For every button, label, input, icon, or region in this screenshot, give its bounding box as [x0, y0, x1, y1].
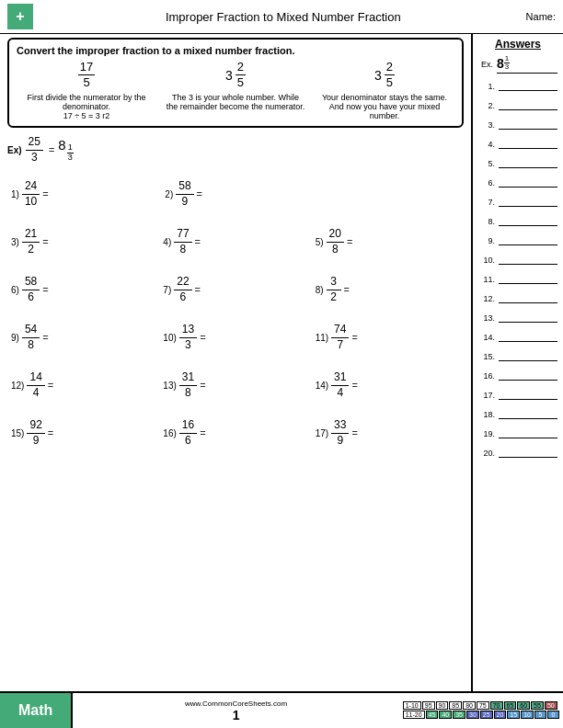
numerator: 92: [27, 418, 44, 434]
answer-line: [499, 302, 557, 303]
answer-number: 2.: [478, 101, 495, 110]
answer-line: [499, 360, 557, 361]
problem: 5) 20 8 =: [312, 218, 464, 266]
numerator: 21: [22, 227, 40, 243]
answer-item: 16.: [478, 367, 557, 384]
numerator: 3: [327, 275, 341, 290]
answer-item: 8.: [478, 212, 557, 230]
answer-item: 7.: [478, 193, 557, 210]
answer-number: 10.: [478, 256, 495, 265]
answer-number: 7.: [478, 198, 495, 207]
score-cell: 80: [463, 701, 476, 710]
answer-number: 17.: [478, 391, 495, 400]
problem: 15) 92 9 =: [7, 409, 159, 457]
denominator: 6: [24, 290, 39, 305]
answer-number: 14.: [478, 333, 495, 342]
answer-line: [499, 187, 557, 188]
score-cell: 50: [545, 701, 557, 710]
answer-item: 3.: [478, 116, 557, 133]
denominator: 6: [176, 290, 190, 305]
numerator: 13: [179, 323, 197, 338]
answer-item: 14.: [478, 328, 557, 346]
problem: 8) 3 2 =: [312, 266, 464, 313]
step3-fraction: 2 5: [385, 60, 395, 89]
equals: =: [351, 380, 357, 391]
equals: =: [195, 236, 201, 247]
score-cell: 55: [531, 701, 544, 710]
step2-text: The 3 is your whole number. While the re…: [166, 93, 305, 111]
problem-num: 3): [11, 237, 19, 247]
denominator: 8: [327, 243, 342, 257]
fraction: 58 6: [22, 275, 40, 304]
answer-number: 3.: [478, 120, 495, 130]
answer-number: 1.: [478, 82, 495, 91]
answer-item: 11.: [478, 270, 557, 288]
answer-number: 16.: [478, 371, 495, 381]
example-answer-den: 3: [67, 154, 74, 163]
denominator: 4: [333, 386, 348, 401]
answer-line: [499, 167, 557, 168]
example-row: Ex) 25 3 = 8 1 3: [7, 133, 464, 166]
answer-number: 19.: [478, 429, 495, 438]
denominator: 9: [333, 434, 348, 449]
score-cell: 15: [507, 711, 520, 719]
problem-num: 17): [316, 428, 328, 438]
answer-line: [499, 264, 557, 265]
score-cell: 25: [480, 711, 493, 719]
equals: =: [200, 380, 205, 391]
answer-number: 20.: [478, 449, 495, 458]
answer-line: [499, 457, 557, 458]
score-cell: 10: [521, 711, 534, 719]
equals: =: [42, 284, 48, 295]
problem-num: 2): [165, 189, 173, 199]
answer-line: [499, 341, 557, 342]
denominator: 7: [333, 338, 348, 353]
problem-num: 10): [163, 333, 176, 343]
fraction: 33 9: [331, 418, 349, 448]
problem-row: 3) 21 2 = 4) 77 8 = 5) 20 8 =: [7, 218, 464, 266]
problem: 2) 58 9 =: [161, 170, 315, 218]
answer-number: 13.: [478, 313, 495, 323]
logo-icon: +: [7, 4, 33, 29]
answer-line: [499, 283, 557, 284]
step-2: 3 2 5 The 3 is your whole number. While …: [166, 60, 305, 111]
numerator: 33: [331, 418, 349, 434]
denominator: 10: [22, 195, 40, 210]
problem-num: 14): [316, 381, 328, 391]
answer-number: 15.: [478, 352, 495, 361]
problem: 11) 74 7 =: [312, 313, 464, 361]
answer-line: [499, 399, 557, 400]
score-cell: 85: [449, 701, 462, 710]
problem-num: 9): [11, 333, 19, 343]
score-cell: 1-10: [403, 701, 421, 710]
answers-title: Answers: [478, 38, 557, 51]
denominator: 9: [178, 195, 192, 210]
fraction: 77 8: [174, 227, 191, 256]
score-cell: 65: [504, 701, 517, 710]
problem: 6) 58 6 =: [7, 266, 159, 313]
answer-item: 10.: [478, 251, 557, 268]
numerator: 24: [22, 179, 40, 195]
problem: 4) 77 8 =: [159, 218, 311, 266]
numerator: 77: [174, 227, 191, 243]
problem-row: 1) 24 10 = 2) 58 9 =: [7, 170, 464, 218]
denominator: 3: [180, 338, 195, 353]
answer-item: 17.: [478, 386, 557, 404]
problem-row: 15) 92 9 = 16) 16 6 = 17) 33 9 =: [7, 409, 464, 457]
step-3: 3 2 5 Your denominator stays the same. A…: [315, 60, 454, 120]
denominator: 2: [327, 290, 341, 305]
answer-number: 5.: [478, 159, 495, 168]
answer-line: [499, 148, 557, 149]
score-cell: 60: [517, 701, 530, 710]
step-1: 17 5 First divide the numerator by the d…: [17, 60, 156, 120]
footer-page: 1: [233, 708, 240, 722]
score-cell: 40: [439, 711, 452, 719]
denominator: 2: [24, 243, 39, 257]
step2-fraction: 2 5: [236, 60, 246, 89]
fraction: 21 2: [22, 227, 40, 256]
header: + Improper Fraction to Mixed Number Frac…: [0, 0, 563, 34]
answer-line: [499, 90, 557, 91]
equals: =: [347, 236, 352, 247]
step1-fraction: 17 5: [78, 60, 95, 89]
ans-ex-whole: 8: [497, 56, 504, 71]
